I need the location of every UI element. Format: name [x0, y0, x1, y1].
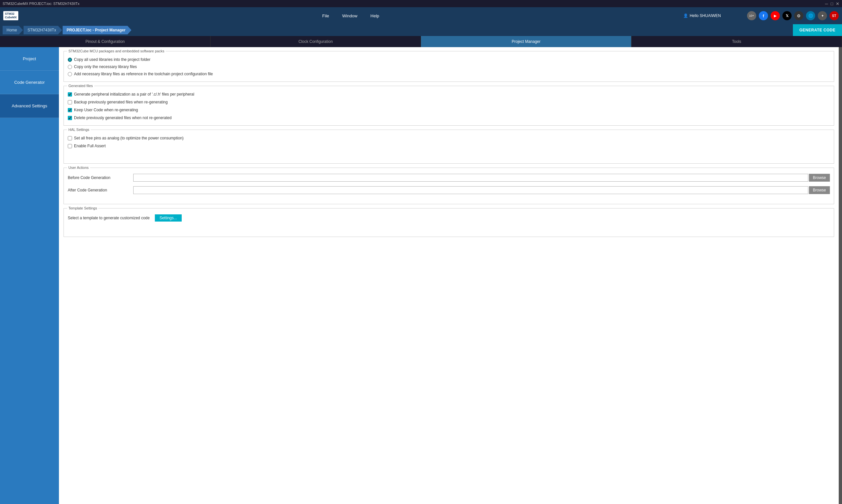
mcu-option-1[interactable]: Copy only the necessary library files — [68, 65, 830, 69]
content-area: STM32Cube MCU packages and embedded soft… — [59, 47, 839, 504]
before-code-gen-input[interactable] — [133, 174, 808, 182]
user-actions-section: User Actions Before Code Generation Brow… — [64, 167, 834, 204]
hal-settings-options: Set all free pins as analog (to optimize… — [68, 136, 830, 148]
mcu-radio-0[interactable] — [68, 58, 72, 62]
minimize-btn[interactable]: ─ — [825, 1, 828, 6]
hal-settings-section: HAL Settings Set all free pins as analog… — [64, 130, 834, 164]
tabbar: Pinout & Configuration Clock Configurati… — [0, 36, 842, 47]
user-info: 👤 Hello SHUAIWEN — [683, 14, 721, 18]
menu-items: File Window Help — [38, 14, 664, 18]
user-label: Hello SHUAIWEN — [690, 14, 721, 18]
mcu-option-2[interactable]: Add necessary library files as reference… — [68, 72, 830, 76]
template-settings-title: Template Settings — [67, 206, 98, 210]
titlebar: STM32CubeMX PROJECT.ioc: STM32H743IITx ─… — [0, 0, 842, 7]
star-icon[interactable]: ✦ — [818, 11, 827, 20]
tab-pinout[interactable]: Pinout & Configuration — [0, 36, 211, 47]
template-row: Select a template to generate customized… — [68, 214, 830, 221]
scrollbar[interactable] — [839, 47, 842, 504]
breadcrumb-mcu[interactable]: STM32H743IITx — [23, 26, 62, 34]
globe-icon[interactable]: 🌐 — [806, 11, 815, 20]
tab-tools[interactable]: Tools — [631, 36, 842, 47]
facebook-icon[interactable]: f — [759, 11, 768, 20]
close-btn[interactable]: ✕ — [836, 1, 839, 6]
after-browse-button[interactable]: Browse — [809, 186, 830, 194]
before-browse-button[interactable]: Browse — [809, 174, 830, 182]
gen-option-2[interactable]: Keep User Code when re-generating — [68, 108, 830, 112]
user-icon: 👤 — [683, 14, 688, 18]
mcu-packages-options: Copy all used libraries into the project… — [68, 57, 830, 76]
gen-check-2[interactable] — [68, 108, 72, 112]
hal-check-0[interactable] — [68, 136, 72, 140]
breadcrumb: Home STM32H743IITx PROJECT.ioc - Project… — [0, 24, 842, 36]
sidebar-item-project[interactable]: Project — [0, 47, 59, 71]
breadcrumb-project-manager[interactable]: PROJECT.ioc - Project Manager — [62, 26, 131, 34]
before-code-gen-label: Before Code Generation — [68, 176, 133, 180]
gen-check-1[interactable] — [68, 100, 72, 104]
mcu-radio-1[interactable] — [68, 65, 72, 69]
menubar: STM32CubeMX File Window Help 👤 Hello SHU… — [0, 7, 842, 24]
gen-check-3[interactable] — [68, 116, 72, 120]
generated-files-section: Generated files Generate peripheral init… — [64, 86, 834, 126]
after-code-gen-row: After Code Generation Browse — [68, 186, 830, 194]
titlebar-text: STM32CubeMX PROJECT.ioc: STM32H743IITx — [3, 2, 79, 5]
mcu-radio-2[interactable] — [68, 72, 72, 76]
after-code-gen-label: After Code Generation — [68, 188, 133, 193]
menu-window[interactable]: Window — [342, 14, 357, 18]
hal-option-1[interactable]: Enable Full Assert — [68, 144, 830, 148]
template-label: Select a template to generate customized… — [68, 216, 149, 220]
menu-file[interactable]: File — [322, 14, 329, 18]
tab-project-manager[interactable]: Project Manager — [421, 36, 631, 47]
gen-option-1[interactable]: Backup previously generated files when r… — [68, 100, 830, 104]
hal-check-1[interactable] — [68, 144, 72, 148]
mcu-option-0[interactable]: Copy all used libraries into the project… — [68, 57, 830, 62]
sidebar: Project Code Generator Advanced Settings — [0, 47, 59, 504]
gen-check-0[interactable] — [68, 92, 72, 96]
x-icon[interactable]: 𝕏 — [783, 11, 792, 20]
titlebar-controls[interactable]: ─ □ ✕ — [825, 1, 839, 6]
generated-files-title: Generated files — [67, 84, 94, 88]
hal-option-0[interactable]: Set all free pins as analog (to optimize… — [68, 136, 830, 140]
mcu-packages-section: STM32Cube MCU packages and embedded soft… — [64, 51, 834, 82]
st-logo-icon[interactable]: ST — [829, 11, 839, 20]
github-icon[interactable]: ⚙ — [794, 11, 803, 20]
generated-files-options: Generate peripheral initialization as a … — [68, 92, 830, 120]
sidebar-item-advanced-settings[interactable]: Advanced Settings — [0, 94, 59, 118]
hal-settings-title: HAL Settings — [67, 128, 91, 131]
mcu-packages-title: STM32Cube MCU packages and embedded soft… — [67, 49, 166, 53]
template-settings-button[interactable]: Settings... — [155, 214, 181, 221]
menu-help[interactable]: Help — [371, 14, 379, 18]
logo-box: STM32CubeMX — [3, 11, 18, 20]
after-code-gen-input[interactable] — [133, 186, 808, 194]
template-settings-section: Template Settings Select a template to g… — [64, 208, 834, 237]
gen-option-0[interactable]: Generate peripheral initialization as a … — [68, 92, 830, 96]
main-layout: Project Code Generator Advanced Settings… — [0, 47, 842, 504]
logo: STM32CubeMX — [3, 11, 18, 20]
generate-code-button[interactable]: GENERATE CODE — [793, 24, 842, 36]
toolbar-icons: 10+ f ▶ 𝕏 ⚙ 🌐 ✦ ST — [747, 11, 839, 20]
maximize-btn[interactable]: □ — [830, 1, 833, 6]
sidebar-item-code-generator[interactable]: Code Generator — [0, 71, 59, 94]
tab-clock[interactable]: Clock Configuration — [211, 36, 421, 47]
gen-option-3[interactable]: Delete previously generated files when n… — [68, 115, 830, 120]
before-code-gen-row: Before Code Generation Browse — [68, 174, 830, 182]
version-badge: 10+ — [747, 11, 756, 20]
user-actions-title: User Actions — [67, 166, 90, 169]
breadcrumb-home[interactable]: Home — [3, 26, 23, 34]
youtube-icon[interactable]: ▶ — [771, 11, 780, 20]
